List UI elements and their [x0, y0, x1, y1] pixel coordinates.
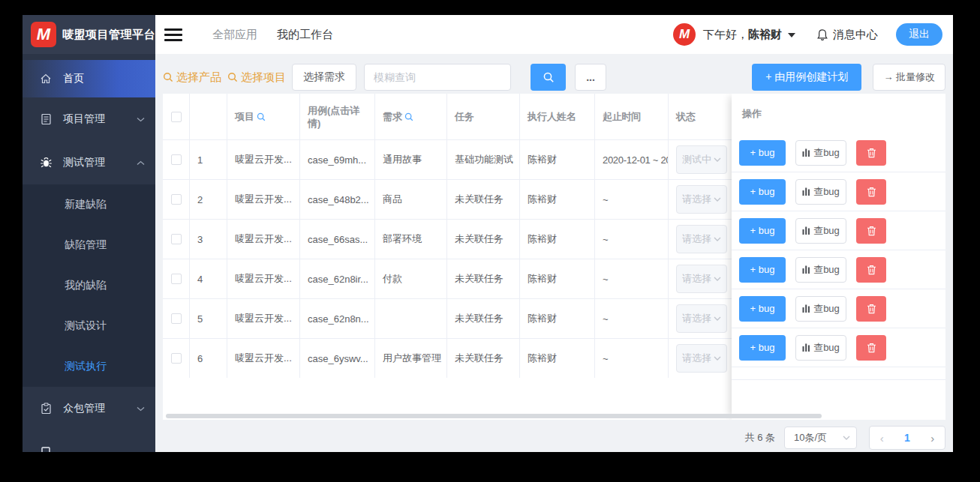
status-select[interactable]: 请选择 — [676, 185, 727, 214]
chevron-down-icon — [137, 117, 145, 122]
select-project-link[interactable]: 选择项目 — [227, 70, 286, 85]
bar-chart-icon — [802, 304, 810, 313]
message-center-link[interactable]: 消息中心 — [816, 28, 878, 42]
status-select[interactable]: 请选择 — [676, 265, 727, 293]
logout-button[interactable]: 退出 — [896, 23, 942, 46]
sidebar-item-crowdsourcing[interactable]: 众包管理 — [23, 387, 155, 430]
cell-case[interactable]: case_66sas... — [300, 220, 375, 259]
partial-icon — [39, 446, 53, 452]
delete-button[interactable] — [856, 257, 886, 283]
search-icon[interactable] — [404, 112, 413, 121]
search-icon — [543, 71, 555, 83]
view-bug-button[interactable]: 查bug — [795, 140, 846, 166]
view-bug-button[interactable]: 查bug — [795, 218, 846, 244]
bar-chart-icon — [802, 148, 810, 157]
header-executor: 执行人姓名 — [520, 94, 595, 139]
user-dropdown-caret-icon[interactable] — [788, 33, 795, 37]
total-count: 共 6 条 — [745, 431, 775, 445]
status-select[interactable]: 请选择 — [676, 304, 727, 333]
view-bug-button[interactable]: 查bug — [795, 335, 846, 361]
row-actions: + bug 查bug — [732, 211, 945, 250]
cell-project: 唛盟云开发... — [227, 339, 300, 378]
row-checkbox[interactable] — [171, 274, 182, 284]
sidebar-subitem-my-defects[interactable]: 我的缺陷 — [23, 265, 155, 306]
user-greeting[interactable]: 下午好，陈裕财 — [703, 28, 782, 42]
status-select[interactable]: 测试中 — [676, 145, 727, 174]
sidebar-item-project-mgmt[interactable]: 项目管理 — [23, 97, 155, 141]
sidebar-subitem-test-design[interactable]: 测试设计 — [23, 306, 155, 346]
cell-task: 基础功能测试 — [447, 140, 520, 179]
status-select[interactable]: 请选择 — [676, 225, 727, 253]
header-project-label: 项目 — [235, 110, 254, 123]
row-checkbox[interactable] — [171, 154, 182, 165]
select-all-checkbox[interactable] — [171, 112, 182, 122]
app-title: 唛盟项目管理平台 — [62, 28, 155, 42]
row-actions: + bug 查bug — [732, 172, 945, 211]
horizontal-scrollbar[interactable] — [166, 414, 822, 418]
view-bug-button[interactable]: 查bug — [795, 179, 846, 205]
page-size-select[interactable]: 10条/页 — [784, 427, 857, 449]
add-bug-button[interactable]: + bug — [739, 335, 786, 361]
header-requirement: 需求 — [375, 94, 447, 139]
delete-button[interactable] — [856, 140, 886, 166]
more-filters-button[interactable]: ... — [575, 64, 606, 91]
cell-case[interactable]: case_648b2... — [300, 180, 375, 219]
create-plan-from-case-button[interactable]: + 由用例创建计划 — [752, 64, 861, 91]
test-plan-table: 项目 用例(点击详情) 需求 任务 执行人姓名 起止时间 状态 — [163, 94, 945, 420]
row-checkbox[interactable] — [171, 313, 182, 324]
delete-button[interactable] — [856, 179, 886, 205]
next-page-button[interactable]: › — [930, 432, 934, 445]
add-bug-button[interactable]: + bug — [739, 179, 786, 205]
search-button[interactable] — [531, 64, 566, 91]
row-checkbox[interactable] — [171, 353, 182, 364]
view-bug-button[interactable]: 查bug — [795, 257, 846, 283]
cell-index: 2 — [190, 180, 227, 219]
sidebar-subitem-new-defect[interactable]: 新建缺陷 — [23, 184, 155, 225]
select-product-link[interactable]: 选择产品 — [163, 70, 221, 85]
cell-task: 未关联任务 — [447, 299, 520, 338]
nav-all-apps[interactable]: 全部应用 — [212, 28, 257, 42]
user-avatar[interactable]: M — [673, 23, 696, 46]
cell-dates: ~ — [595, 220, 669, 259]
menu-toggle-icon[interactable] — [164, 28, 182, 41]
batch-edit-button[interactable]: → 批量修改 — [873, 64, 945, 91]
cell-case[interactable]: case_62n8n... — [300, 299, 375, 338]
view-bug-button[interactable]: 查bug — [795, 296, 846, 322]
row-actions: + bug 查bug — [732, 250, 945, 289]
delete-button[interactable] — [856, 335, 886, 361]
cell-executor: 陈裕财 — [520, 259, 595, 298]
chevron-down-icon — [714, 157, 721, 162]
page-size-value: 10条/页 — [794, 431, 843, 445]
fuzzy-search-input[interactable] — [364, 64, 511, 91]
cell-dates: ~ — [595, 259, 669, 298]
select-requirement-button[interactable]: 选择需求 — [292, 64, 356, 91]
cell-case[interactable]: case_62n8ir... — [300, 259, 375, 298]
header-index — [190, 94, 227, 139]
cell-case[interactable]: case_69mh... — [300, 140, 375, 179]
row-checkbox[interactable] — [171, 194, 182, 205]
add-bug-button[interactable]: + bug — [739, 218, 786, 244]
delete-button[interactable] — [856, 218, 886, 244]
sidebar: M 唛盟项目管理平台 首页 项目管理 — [23, 15, 155, 452]
row-checkbox[interactable] — [171, 234, 182, 244]
view-bug-label: 查bug — [813, 341, 840, 355]
search-icon[interactable] — [257, 112, 266, 121]
nav-my-workbench[interactable]: 我的工作台 — [277, 28, 333, 42]
prev-page-button[interactable]: ‹ — [880, 432, 884, 445]
sidebar-item-home[interactable]: 首页 — [23, 60, 155, 97]
sidebar-item-test-mgmt[interactable]: 测试管理 — [23, 141, 155, 184]
delete-button[interactable] — [856, 296, 886, 322]
status-select[interactable]: 请选择 — [676, 344, 727, 373]
add-bug-button[interactable]: + bug — [739, 140, 786, 166]
pager: ‹ 1 › — [869, 426, 945, 450]
current-page[interactable]: 1 — [904, 432, 910, 444]
sidebar-subitem-defect-mgmt[interactable]: 缺陷管理 — [23, 225, 155, 265]
cell-project: 唛盟云开发... — [227, 259, 300, 298]
select-project-label: 选择项目 — [241, 70, 286, 85]
sidebar-subitem-test-execution[interactable]: 测试执行 — [23, 346, 155, 387]
sidebar-item-partial[interactable] — [23, 430, 155, 452]
cell-case[interactable]: case_6yswv... — [300, 339, 375, 378]
add-bug-button[interactable]: + bug — [739, 257, 786, 283]
cell-project: 唛盟云开发... — [227, 220, 300, 259]
add-bug-button[interactable]: + bug — [739, 296, 786, 322]
